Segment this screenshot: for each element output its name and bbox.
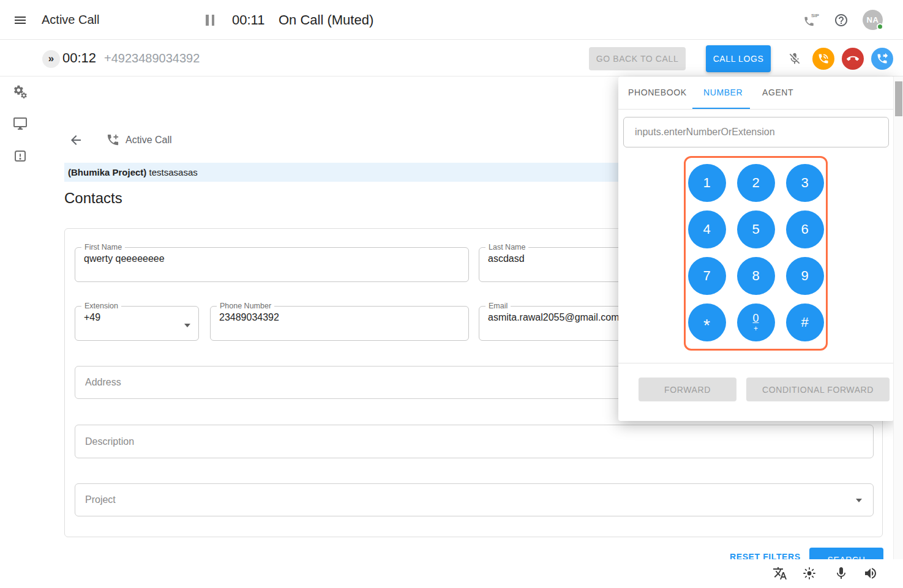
scrollbar-track[interactable] [893,76,903,588]
dialpad-key-5[interactable]: 5 [737,210,775,248]
description-field [75,425,874,458]
number-or-extension-input[interactable] [623,117,889,147]
description-input[interactable] [75,425,873,458]
scrollbar-thumb[interactable] [895,81,902,116]
active-call-toolbar: » 00:12 +4923489034392 GO BACK TO CALL C… [0,40,903,76]
transfer-dialog: PHONEBOOK NUMBER AGENT 1 2 3 4 5 6 7 8 9… [618,76,894,421]
dialpad-key-hash[interactable]: # [786,303,824,341]
help-icon[interactable] [834,13,849,28]
monitor-icon[interactable] [13,116,28,131]
extension-field: Extension +49 [75,302,199,341]
dialpad-key-star[interactable]: * [688,303,726,341]
project-dropdown-icon[interactable] [856,499,862,502]
add-call-icon [106,133,120,147]
bottom-status-bar [0,559,903,588]
phone-forwarded-icon [876,53,888,65]
dialpad-key-3[interactable]: 3 [786,164,824,202]
svg-text:SIP: SIP [811,13,820,18]
dialpad-key-8[interactable]: 8 [737,257,775,295]
call-status: On Call (Muted) [279,0,373,40]
report-icon[interactable] [13,149,28,163]
translate-icon[interactable] [773,566,787,581]
settings-gears-icon[interactable] [13,84,28,99]
phone-number-field: Phone Number [210,302,469,341]
dialpad-key-7[interactable]: 7 [688,257,726,295]
toolbar-call-timer: 00:12 [62,40,96,76]
divider [618,109,894,110]
tab-agent[interactable]: AGENT [762,76,793,109]
hang-up-button[interactable] [842,48,864,70]
left-sidebar [0,40,40,588]
phone-number-input[interactable] [211,310,457,323]
divider [618,363,894,363]
microphone-icon[interactable] [834,566,849,581]
dialpad-key-2[interactable]: 2 [737,164,775,202]
dialpad-key-1[interactable]: 1 [688,164,726,202]
banner-project-name: (Bhumika Project) [68,167,146,177]
extension-value[interactable]: +49 [75,310,187,323]
forward-button[interactable]: FORWARD [639,378,736,401]
sip-phone-icon[interactable]: SIP [803,12,821,29]
dialpad-key-9[interactable]: 9 [786,257,824,295]
dialpad-key-6[interactable]: 6 [786,210,824,248]
mic-muted-icon[interactable] [788,52,801,65]
brightness-icon[interactable] [802,566,817,581]
back-arrow-icon[interactable] [69,133,83,147]
dialpad: 1 2 3 4 5 6 7 8 9 * 0 + # [684,156,828,351]
conditional-forward-button[interactable]: CONDITIONAL FORWARD [746,378,890,401]
dialpad-key-4[interactable]: 4 [688,210,726,248]
dialpad-key-0[interactable]: 0 + [737,303,775,341]
call-timer: 00:11 [232,0,264,40]
go-back-to-call-button[interactable]: GO BACK TO CALL [589,47,686,70]
contacts-heading: Contacts [64,190,122,207]
project-select[interactable] [75,484,873,516]
tab-phonebook[interactable]: PHONEBOOK [628,76,687,109]
project-field [75,483,874,516]
phone-forward-button[interactable] [871,48,893,70]
call-logs-button[interactable]: CALL LOGS [706,45,771,72]
tab-number[interactable]: NUMBER [703,76,743,109]
phone-in-talk-button[interactable] [812,48,834,70]
extension-dropdown-icon[interactable] [184,324,190,327]
top-app-bar: Active Call 00:11 On Call (Muted) SIP NA [0,0,903,40]
banner-text: testsasasas [146,167,197,177]
subpage-title: Active Call [126,135,172,146]
caller-phone-number: +4923489034392 [104,40,200,76]
page-title: Active Call [42,0,99,40]
menu-icon[interactable] [12,13,28,28]
presence-status-dot [877,23,883,30]
first-name-input[interactable] [75,251,457,264]
first-name-field: First Name [75,243,469,282]
pause-icon [206,15,215,26]
call-end-icon [847,53,859,65]
volume-icon[interactable] [863,566,878,581]
phone-in-talk-icon [817,53,830,65]
collapse-chevron-icon[interactable]: » [42,50,60,68]
